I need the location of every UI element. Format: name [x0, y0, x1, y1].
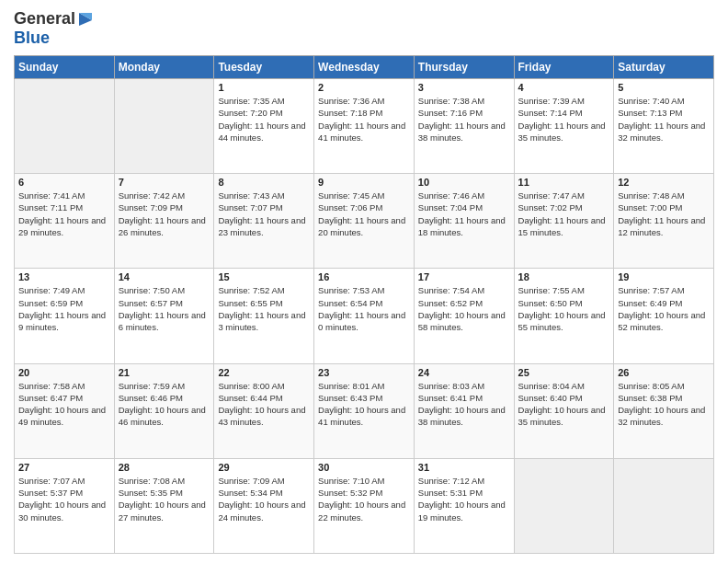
day-number: 17	[418, 271, 510, 282]
calendar-cell: 29Sunrise: 7:09 AM Sunset: 5:34 PM Dayli…	[214, 458, 314, 553]
calendar: SundayMondayTuesdayWednesdayThursdayFrid…	[14, 55, 714, 554]
day-number: 11	[518, 177, 610, 188]
day-number: 12	[618, 177, 710, 188]
calendar-cell: 8Sunrise: 7:43 AM Sunset: 7:07 PM Daylig…	[214, 174, 314, 269]
calendar-cell: 26Sunrise: 8:05 AM Sunset: 6:38 PM Dayli…	[614, 363, 714, 458]
day-info: Sunrise: 7:45 AM Sunset: 7:06 PM Dayligh…	[318, 190, 410, 238]
day-info: Sunrise: 7:38 AM Sunset: 7:16 PM Dayligh…	[418, 95, 510, 144]
main-container: GeneralBlue SundayMondayTuesdayWednesday…	[0, 0, 728, 563]
day-number: 18	[518, 271, 610, 282]
logo-icon	[75, 11, 96, 28]
day-number: 15	[218, 271, 310, 282]
day-info: Sunrise: 7:52 AM Sunset: 6:55 PM Dayligh…	[218, 284, 310, 333]
calendar-header-monday: Monday	[114, 56, 214, 79]
day-number: 26	[618, 367, 710, 378]
calendar-cell: 24Sunrise: 8:03 AM Sunset: 6:41 PM Dayli…	[414, 363, 514, 458]
calendar-week-row: 20Sunrise: 7:58 AM Sunset: 6:47 PM Dayli…	[15, 363, 714, 458]
logo: GeneralBlue	[14, 9, 96, 48]
day-info: Sunrise: 8:05 AM Sunset: 6:38 PM Dayligh…	[618, 380, 710, 429]
calendar-cell: 31Sunrise: 7:12 AM Sunset: 5:31 PM Dayli…	[414, 458, 514, 553]
calendar-cell: 19Sunrise: 7:57 AM Sunset: 6:49 PM Dayli…	[614, 269, 714, 363]
day-info: Sunrise: 7:58 AM Sunset: 6:47 PM Dayligh…	[18, 380, 110, 429]
calendar-cell: 14Sunrise: 7:50 AM Sunset: 6:57 PM Dayli…	[114, 269, 214, 363]
calendar-cell: 16Sunrise: 7:53 AM Sunset: 6:54 PM Dayli…	[314, 269, 415, 363]
calendar-cell: 12Sunrise: 7:48 AM Sunset: 7:00 PM Dayli…	[614, 174, 714, 269]
day-info: Sunrise: 7:53 AM Sunset: 6:54 PM Dayligh…	[318, 284, 410, 333]
day-number: 25	[518, 367, 610, 378]
calendar-cell: 13Sunrise: 7:49 AM Sunset: 6:59 PM Dayli…	[15, 269, 115, 363]
calendar-cell: 28Sunrise: 7:08 AM Sunset: 5:35 PM Dayli…	[114, 458, 214, 553]
calendar-cell: 6Sunrise: 7:41 AM Sunset: 7:11 PM Daylig…	[15, 174, 115, 269]
day-info: Sunrise: 7:57 AM Sunset: 6:49 PM Dayligh…	[618, 284, 710, 333]
day-info: Sunrise: 7:12 AM Sunset: 5:31 PM Dayligh…	[418, 475, 510, 523]
calendar-cell	[114, 79, 214, 174]
day-info: Sunrise: 7:42 AM Sunset: 7:09 PM Dayligh…	[119, 190, 210, 238]
calendar-cell: 5Sunrise: 7:40 AM Sunset: 7:13 PM Daylig…	[614, 79, 714, 174]
calendar-cell: 21Sunrise: 7:59 AM Sunset: 6:46 PM Dayli…	[114, 363, 214, 458]
calendar-header-saturday: Saturday	[614, 56, 714, 79]
day-number: 21	[119, 367, 210, 378]
day-number: 16	[318, 271, 410, 282]
day-info: Sunrise: 8:00 AM Sunset: 6:44 PM Dayligh…	[218, 380, 310, 429]
day-number: 9	[318, 177, 410, 188]
calendar-cell: 25Sunrise: 8:04 AM Sunset: 6:40 PM Dayli…	[514, 363, 614, 458]
day-info: Sunrise: 7:54 AM Sunset: 6:52 PM Dayligh…	[418, 284, 510, 333]
calendar-header-wednesday: Wednesday	[314, 56, 415, 79]
calendar-week-row: 27Sunrise: 7:07 AM Sunset: 5:37 PM Dayli…	[15, 458, 714, 553]
day-number: 2	[318, 82, 410, 93]
day-number: 23	[318, 367, 410, 378]
calendar-cell: 20Sunrise: 7:58 AM Sunset: 6:47 PM Dayli…	[15, 363, 115, 458]
calendar-cell: 4Sunrise: 7:39 AM Sunset: 7:14 PM Daylig…	[514, 79, 614, 174]
day-number: 14	[119, 271, 210, 282]
day-info: Sunrise: 7:55 AM Sunset: 6:50 PM Dayligh…	[518, 284, 610, 333]
day-info: Sunrise: 7:36 AM Sunset: 7:18 PM Dayligh…	[318, 95, 410, 144]
calendar-header-friday: Friday	[514, 56, 614, 79]
header: GeneralBlue	[14, 9, 714, 48]
day-info: Sunrise: 7:43 AM Sunset: 7:07 PM Dayligh…	[218, 190, 310, 238]
day-info: Sunrise: 7:07 AM Sunset: 5:37 PM Dayligh…	[18, 475, 110, 523]
logo-blue: Blue	[14, 29, 50, 47]
day-info: Sunrise: 7:59 AM Sunset: 6:46 PM Dayligh…	[119, 380, 210, 429]
day-number: 27	[18, 462, 110, 473]
calendar-week-row: 6Sunrise: 7:41 AM Sunset: 7:11 PM Daylig…	[15, 174, 714, 269]
day-info: Sunrise: 7:10 AM Sunset: 5:32 PM Dayligh…	[318, 475, 410, 523]
day-number: 30	[318, 462, 410, 473]
calendar-cell: 1Sunrise: 7:35 AM Sunset: 7:20 PM Daylig…	[214, 79, 314, 174]
calendar-cell: 10Sunrise: 7:46 AM Sunset: 7:04 PM Dayli…	[414, 174, 514, 269]
calendar-cell	[614, 458, 714, 553]
day-info: Sunrise: 8:03 AM Sunset: 6:41 PM Dayligh…	[418, 380, 510, 429]
calendar-cell: 15Sunrise: 7:52 AM Sunset: 6:55 PM Dayli…	[214, 269, 314, 363]
day-number: 24	[418, 367, 510, 378]
calendar-header-sunday: Sunday	[15, 56, 115, 79]
day-info: Sunrise: 7:41 AM Sunset: 7:11 PM Dayligh…	[18, 190, 110, 238]
calendar-cell: 7Sunrise: 7:42 AM Sunset: 7:09 PM Daylig…	[114, 174, 214, 269]
calendar-cell: 17Sunrise: 7:54 AM Sunset: 6:52 PM Dayli…	[414, 269, 514, 363]
day-number: 8	[218, 177, 310, 188]
calendar-cell: 22Sunrise: 8:00 AM Sunset: 6:44 PM Dayli…	[214, 363, 314, 458]
calendar-cell	[514, 458, 614, 553]
day-number: 19	[618, 271, 710, 282]
calendar-week-row: 13Sunrise: 7:49 AM Sunset: 6:59 PM Dayli…	[15, 269, 714, 363]
day-number: 10	[418, 177, 510, 188]
logo-general: General	[14, 9, 75, 29]
day-info: Sunrise: 7:46 AM Sunset: 7:04 PM Dayligh…	[418, 190, 510, 238]
day-info: Sunrise: 7:49 AM Sunset: 6:59 PM Dayligh…	[18, 284, 110, 333]
day-number: 31	[418, 462, 510, 473]
calendar-cell: 11Sunrise: 7:47 AM Sunset: 7:02 PM Dayli…	[514, 174, 614, 269]
calendar-cell: 2Sunrise: 7:36 AM Sunset: 7:18 PM Daylig…	[314, 79, 415, 174]
day-info: Sunrise: 7:40 AM Sunset: 7:13 PM Dayligh…	[618, 95, 710, 144]
day-number: 20	[18, 367, 110, 378]
calendar-header-thursday: Thursday	[414, 56, 514, 79]
day-number: 22	[218, 367, 310, 378]
day-info: Sunrise: 7:08 AM Sunset: 5:35 PM Dayligh…	[119, 475, 210, 523]
calendar-week-row: 1Sunrise: 7:35 AM Sunset: 7:20 PM Daylig…	[15, 79, 714, 174]
day-number: 5	[618, 82, 710, 93]
day-info: Sunrise: 7:39 AM Sunset: 7:14 PM Dayligh…	[518, 95, 610, 144]
calendar-cell: 18Sunrise: 7:55 AM Sunset: 6:50 PM Dayli…	[514, 269, 614, 363]
calendar-cell: 9Sunrise: 7:45 AM Sunset: 7:06 PM Daylig…	[314, 174, 415, 269]
day-number: 7	[119, 177, 210, 188]
calendar-cell: 27Sunrise: 7:07 AM Sunset: 5:37 PM Dayli…	[15, 458, 115, 553]
day-info: Sunrise: 7:48 AM Sunset: 7:00 PM Dayligh…	[618, 190, 710, 238]
day-number: 13	[18, 271, 110, 282]
day-number: 3	[418, 82, 510, 93]
